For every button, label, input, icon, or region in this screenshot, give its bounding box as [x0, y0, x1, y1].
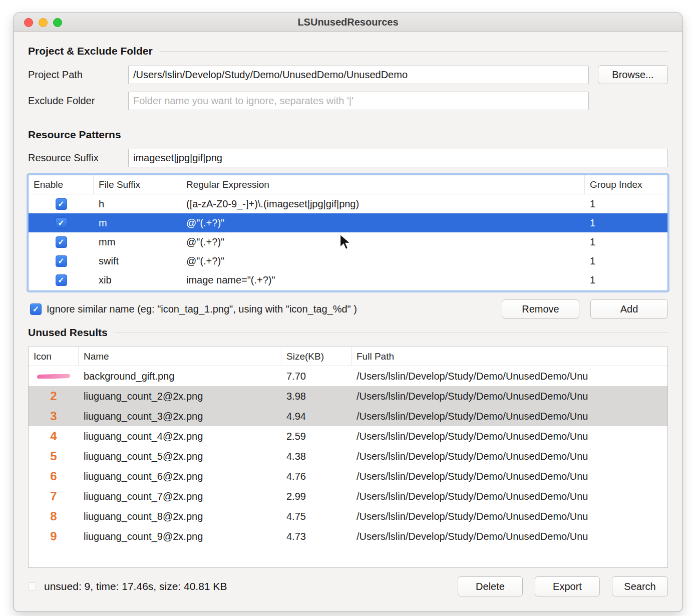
icon-cell: 8	[29, 509, 79, 523]
icon-cell: 6	[29, 469, 79, 483]
file-size-cell: 4.75	[281, 511, 352, 522]
file-size-cell: 4.73	[281, 531, 352, 542]
close-button[interactable]	[24, 18, 33, 27]
icon-cell: 4	[29, 429, 79, 443]
project-heading-label: Project & Exclude Folder	[28, 45, 153, 57]
file-size-cell: 4.76	[281, 471, 352, 482]
heading-separator	[160, 51, 668, 52]
pattern-row[interactable]: ✓h([a-zA-Z0-9_-]+)\.(imageset|jpg|gif|pn…	[29, 194, 667, 213]
titlebar[interactable]: LSUnusedResources	[14, 13, 682, 32]
icon-cell: 3	[29, 409, 79, 423]
results-table-body: background_gift.png7.70/Users/lslin/Deve…	[29, 366, 667, 546]
column-header-full-path[interactable]: Full Path	[352, 347, 667, 366]
result-row[interactable]: 6liuguang_count_6@2x.png4.76/Users/lslin…	[29, 466, 667, 486]
result-row[interactable]: 9liuguang_count_9@2x.png4.73/Users/lslin…	[29, 526, 667, 546]
file-size-cell: 7.70	[281, 371, 352, 382]
project-path-input[interactable]	[128, 66, 589, 84]
number-thumbnail-icon: 8	[50, 509, 57, 523]
search-button[interactable]: Search	[612, 576, 668, 596]
image-thumbnail-icon	[37, 374, 70, 379]
patterns-table[interactable]: Enable File Suffix Regular Expression Gr…	[28, 175, 668, 291]
enable-checkbox[interactable]: ✓	[56, 217, 67, 229]
remove-button[interactable]: Remove	[502, 299, 579, 319]
icon-cell: 5	[29, 449, 79, 463]
file-size-cell: 3.98	[281, 391, 352, 402]
resize-grip[interactable]	[28, 582, 36, 590]
result-row[interactable]: 4liuguang_count_4@2x.png2.59/Users/lslin…	[29, 426, 667, 446]
pattern-row[interactable]: ✓swift@"(.+?)"1	[29, 251, 667, 270]
file-path-cell: /Users/lslin/Develop/Study/Demo/UnusedDe…	[352, 471, 667, 482]
regex-cell: ([a-zA-Z0-9_-]+)\.(imageset|jpg|gif|png)	[181, 198, 585, 210]
icon-cell: 7	[29, 489, 79, 503]
column-header-size[interactable]: Size(KB)	[281, 347, 352, 366]
group-index-cell: 1	[585, 198, 667, 210]
file-name-cell: liuguang_count_6@2x.png	[79, 471, 281, 482]
number-thumbnail-icon: 2	[50, 389, 57, 403]
resource-suffix-input[interactable]	[128, 149, 668, 167]
window-title: LSUnusedResources	[297, 17, 398, 28]
group-index-cell: 1	[585, 217, 667, 229]
column-header-icon[interactable]: Icon	[29, 347, 79, 366]
enable-checkbox[interactable]: ✓	[56, 236, 67, 248]
file-name-cell: liuguang_count_2@2x.png	[79, 391, 281, 402]
regex-cell: @"(.+?)"	[181, 255, 585, 267]
icon-cell: 9	[29, 529, 79, 543]
number-thumbnail-icon: 7	[50, 489, 57, 503]
result-row[interactable]: 2liuguang_count_2@2x.png3.98/Users/lslin…	[29, 386, 667, 406]
file-path-cell: /Users/lslin/Develop/Study/Demo/UnusedDe…	[352, 411, 667, 422]
status-summary-text: unsued: 9, time: 17.46s, size: 40.81 KB	[44, 580, 227, 592]
add-button[interactable]: Add	[590, 299, 668, 319]
file-name-cell: liuguang_count_7@2x.png	[79, 491, 281, 502]
result-row[interactable]: 7liuguang_count_7@2x.png2.99/Users/lslin…	[29, 486, 667, 506]
file-size-cell: 2.99	[281, 491, 352, 502]
file-name-cell: liuguang_count_3@2x.png	[79, 411, 281, 422]
heading-separator	[115, 333, 668, 333]
pattern-row[interactable]: ✓mm@"(.+?)"1	[29, 232, 667, 251]
result-row[interactable]: 8liuguang_count_8@2x.png4.75/Users/lslin…	[29, 506, 667, 526]
project-section-heading: Project & Exclude Folder	[28, 45, 668, 57]
file-size-cell: 2.59	[281, 431, 352, 442]
number-thumbnail-icon: 3	[50, 409, 57, 423]
column-header-name[interactable]: Name	[79, 347, 281, 366]
enable-checkbox[interactable]: ✓	[56, 274, 67, 286]
number-thumbnail-icon: 5	[50, 449, 57, 463]
column-header-file-suffix[interactable]: File Suffix	[94, 175, 181, 194]
file-size-cell: 4.38	[281, 451, 352, 462]
result-row[interactable]: background_gift.png7.70/Users/lslin/Deve…	[29, 366, 667, 386]
result-row[interactable]: 3liuguang_count_3@2x.png4.94/Users/lslin…	[29, 406, 667, 426]
ignore-similar-checkbox[interactable]: ✓	[30, 303, 42, 315]
column-header-enable[interactable]: Enable	[29, 175, 94, 194]
results-heading-label: Unused Results	[28, 327, 108, 339]
delete-button[interactable]: Delete	[458, 576, 523, 596]
number-thumbnail-icon: 9	[50, 529, 57, 543]
group-index-cell: 1	[585, 255, 667, 267]
number-thumbnail-icon: 6	[50, 469, 57, 483]
file-path-cell: /Users/lslin/Develop/Study/Demo/UnusedDe…	[352, 491, 667, 502]
exclude-folder-label: Exclude Folder	[28, 95, 128, 107]
zoom-button[interactable]	[53, 18, 62, 27]
file-path-cell: /Users/lslin/Develop/Study/Demo/UnusedDe…	[352, 451, 667, 462]
browse-button[interactable]: Browse...	[598, 65, 668, 84]
app-window: LSUnusedResources Project & Exclude Fold…	[14, 13, 682, 612]
exclude-folder-input[interactable]	[128, 92, 589, 110]
results-table[interactable]: Icon Name Size(KB) Full Path background_…	[28, 347, 668, 568]
number-thumbnail-icon: 4	[50, 429, 57, 443]
file-path-cell: /Users/lslin/Develop/Study/Demo/UnusedDe…	[352, 371, 667, 382]
enable-checkbox[interactable]: ✓	[56, 198, 67, 210]
file-suffix-cell: swift	[94, 255, 181, 267]
file-suffix-cell: m	[94, 217, 181, 229]
project-path-row: Project Path Browse...	[28, 65, 668, 84]
pattern-row[interactable]: ✓xibimage name="(.+?)"1	[29, 270, 667, 289]
enable-cell: ✓	[29, 198, 94, 210]
patterns-heading-label: Resource Patterns	[28, 129, 121, 141]
export-button[interactable]: Export	[535, 576, 600, 596]
column-header-group-index[interactable]: Group Index	[585, 175, 667, 194]
ignore-similar-row: ✓ Ignore similar name (eg: "icon_tag_1.p…	[28, 299, 668, 319]
file-name-cell: liuguang_count_8@2x.png	[79, 511, 281, 522]
file-name-cell: liuguang_count_4@2x.png	[79, 431, 281, 442]
pattern-row[interactable]: ✓m@"(.+?)"1	[29, 213, 667, 232]
column-header-regex[interactable]: Regular Expression	[181, 175, 585, 194]
result-row[interactable]: 5liuguang_count_5@2x.png4.38/Users/lslin…	[29, 446, 667, 466]
minimize-button[interactable]	[39, 18, 48, 27]
enable-checkbox[interactable]: ✓	[56, 255, 67, 267]
